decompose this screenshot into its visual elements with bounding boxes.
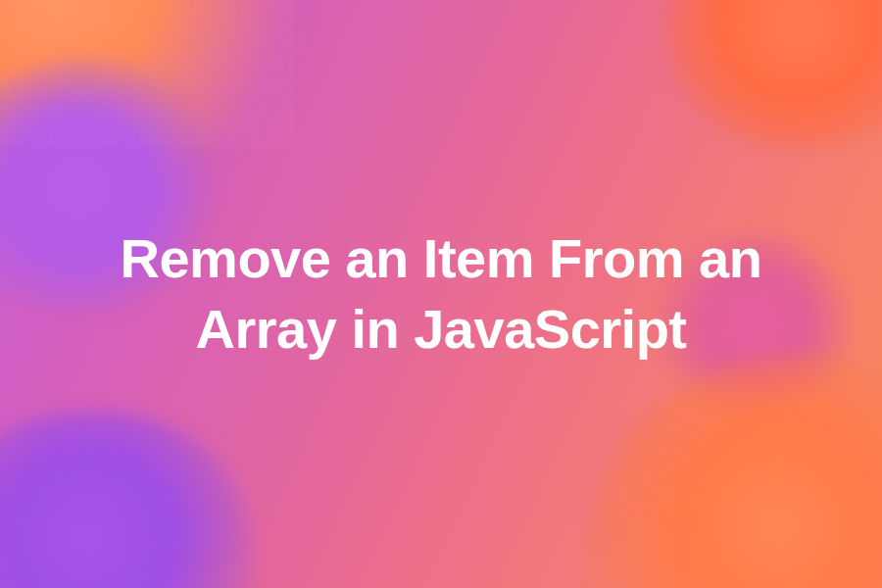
content-wrapper: Remove an Item From an Array in JavaScri… bbox=[0, 0, 882, 588]
headline-text: Remove an Item From an Array in JavaScri… bbox=[88, 223, 794, 364]
